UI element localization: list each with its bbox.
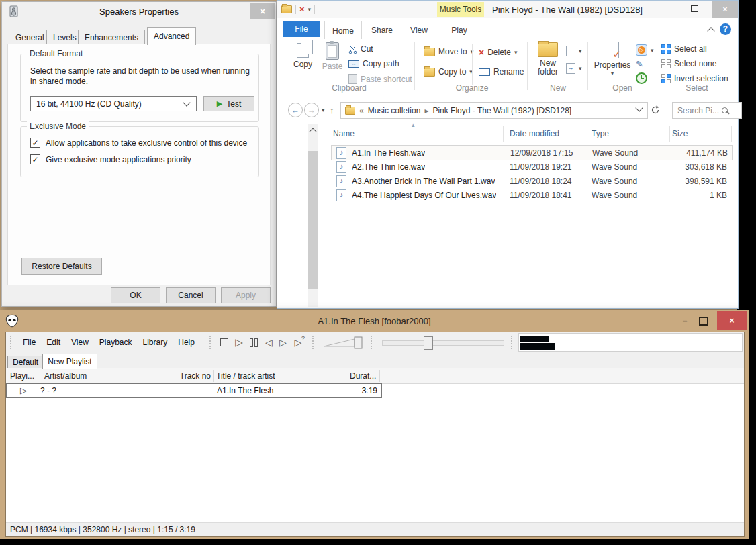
file-row[interactable]: ♪ A3.Another Brick In The Wall Part 1.wa… xyxy=(331,174,731,188)
menu-help[interactable]: Help xyxy=(173,338,200,347)
maximize-icon[interactable] xyxy=(698,315,710,326)
dialog-titlebar[interactable]: Speakers Properties × xyxy=(2,2,276,21)
paste-button[interactable]: Paste xyxy=(319,42,346,71)
priority-checkbox-row[interactable]: ✓ Give exclusive mode applications prior… xyxy=(30,154,191,164)
delete-button[interactable]: × Delete ▾ xyxy=(479,47,517,58)
copy-path-button[interactable]: ... Copy path xyxy=(348,59,399,68)
divider[interactable] xyxy=(589,126,589,142)
seek-thumb[interactable] xyxy=(424,336,433,350)
playlist-row[interactable]: ▷ ? - ? A1.In The Flesh 3:19 xyxy=(6,383,382,398)
invert-selection-button[interactable]: Invert selection xyxy=(661,74,728,83)
previous-button[interactable]: ◁ xyxy=(261,336,276,349)
recent-locations-icon[interactable]: ▾ xyxy=(322,107,325,113)
test-button[interactable]: ▶ Test xyxy=(203,96,254,111)
divider[interactable] xyxy=(346,370,346,382)
delete-icon[interactable]: × xyxy=(299,4,305,14)
maximize-icon[interactable] xyxy=(688,3,700,14)
explorer-titlebar[interactable]: × ▾ Music Tools Pink Floyd - The Wall (1… xyxy=(277,1,738,18)
select-none-button[interactable]: Select none xyxy=(661,59,716,68)
close-icon[interactable]: × xyxy=(250,3,275,19)
pause-button[interactable] xyxy=(246,336,261,349)
column-track-no[interactable]: Track no xyxy=(177,371,211,381)
tab-view[interactable]: View xyxy=(404,21,434,39)
checkbox-checked-icon[interactable]: ✓ xyxy=(30,154,40,164)
new-folder-button[interactable]: New folder xyxy=(532,42,563,75)
grip-handle[interactable] xyxy=(371,336,374,349)
divider[interactable] xyxy=(40,370,40,382)
history-button[interactable] xyxy=(636,72,647,84)
refresh-icon[interactable] xyxy=(651,105,660,115)
random-button[interactable]: ▷? xyxy=(291,336,305,349)
column-header-date-modified[interactable]: Date modified xyxy=(510,129,559,138)
chevron-down-icon[interactable] xyxy=(635,104,643,111)
ribbon-collapse-icon[interactable] xyxy=(708,26,714,34)
column-header-name[interactable]: Name xyxy=(333,129,355,138)
divider[interactable] xyxy=(669,126,670,142)
ok-button[interactable]: OK xyxy=(111,287,160,303)
menu-edit[interactable]: Edit xyxy=(41,338,66,347)
tab-home[interactable]: Home xyxy=(324,21,362,40)
cancel-button[interactable]: Cancel xyxy=(166,287,216,303)
foobar-titlebar[interactable]: A1.In The Flesh [foobar2000] – × xyxy=(0,310,749,332)
column-playing[interactable]: Playi... xyxy=(10,371,34,381)
tab-play[interactable]: Play xyxy=(438,21,480,39)
scroll-up-icon[interactable] xyxy=(309,128,316,135)
checkbox-checked-icon[interactable]: ✓ xyxy=(30,138,40,148)
file-row[interactable]: ♪ A1.In The Flesh.wav 12/09/2018 17:15 W… xyxy=(331,145,733,160)
column-duration[interactable]: Durat... xyxy=(350,371,376,381)
apply-button[interactable]: Apply xyxy=(221,287,271,303)
column-title[interactable]: Title / track artist xyxy=(216,371,275,381)
scrollbar[interactable] xyxy=(308,124,318,307)
folder-icon[interactable] xyxy=(281,5,292,13)
tab-file[interactable]: File xyxy=(283,21,320,37)
breadcrumb-item[interactable]: Music colletion xyxy=(368,106,421,115)
grip-handle[interactable] xyxy=(209,336,213,349)
stop-button[interactable] xyxy=(217,336,232,349)
file-row[interactable]: ♪ A2.The Thin Ice.wav 11/09/2018 19:21 W… xyxy=(331,160,731,174)
search-icon[interactable] xyxy=(722,107,728,113)
move-to-button[interactable]: Move to ▾ xyxy=(424,47,473,56)
close-icon[interactable]: × xyxy=(712,1,738,18)
menu-view[interactable]: View xyxy=(66,338,94,347)
column-header-size[interactable]: Size xyxy=(672,129,688,138)
rename-button[interactable]: Rename xyxy=(479,67,524,77)
divider[interactable] xyxy=(731,126,732,142)
file-row[interactable]: ♪ A4.The Happiest Days Of Our Lives.wav … xyxy=(331,188,731,202)
chevron-down-icon[interactable]: ▾ xyxy=(308,6,312,13)
search-input[interactable] xyxy=(676,105,722,116)
column-artist-album[interactable]: Artist/album xyxy=(44,371,87,381)
tab-new-playlist[interactable]: New Playlist xyxy=(42,354,97,369)
search-box[interactable] xyxy=(672,102,742,119)
copy-button[interactable]: Copy xyxy=(288,43,318,69)
scrollbar-thumb[interactable] xyxy=(308,151,318,289)
grip-handle[interactable] xyxy=(511,336,514,349)
volume-slider[interactable] xyxy=(322,336,364,349)
tab-advanced[interactable]: Advanced xyxy=(147,27,196,45)
copy-to-button[interactable]: Copy to ▾ xyxy=(424,67,473,77)
divider[interactable] xyxy=(379,370,380,382)
tab-general[interactable]: General xyxy=(9,30,51,44)
minimize-icon[interactable]: – xyxy=(679,315,691,326)
seek-slider[interactable] xyxy=(382,336,503,349)
menu-playback[interactable]: Playback xyxy=(94,338,138,347)
properties-button[interactable]: ✓ Properties ▾ xyxy=(593,42,632,77)
tab-default[interactable]: Default xyxy=(7,356,44,369)
tab-share[interactable]: Share xyxy=(365,21,399,39)
close-icon[interactable]: × xyxy=(717,311,747,330)
edit-button[interactable]: ✎ xyxy=(636,59,643,69)
restore-defaults-button[interactable]: Restore Defaults xyxy=(21,258,102,275)
music-tools-contextual-tab[interactable]: Music Tools xyxy=(437,2,484,17)
open-button[interactable]: ▷ ▾ xyxy=(636,44,654,56)
column-header-type[interactable]: Type xyxy=(592,129,609,138)
address-bar[interactable]: « Music colletion ▸ Pink Floyd - The Wal… xyxy=(340,102,648,119)
paste-shortcut-button[interactable]: Paste shortcut xyxy=(348,74,412,84)
forward-icon[interactable]: → xyxy=(304,103,319,117)
tab-enhancements[interactable]: Enhancements xyxy=(78,30,145,44)
minimize-icon[interactable]: – xyxy=(672,3,684,14)
up-icon[interactable]: ↑ xyxy=(330,105,334,115)
help-icon[interactable]: ? xyxy=(720,23,731,35)
play-button[interactable]: ▷ xyxy=(232,336,246,349)
breadcrumb-item[interactable]: Pink Floyd - The Wall (1982) [DSD128] xyxy=(432,106,571,115)
grip-handle[interactable] xyxy=(10,336,13,349)
grip-handle[interactable] xyxy=(312,336,316,349)
